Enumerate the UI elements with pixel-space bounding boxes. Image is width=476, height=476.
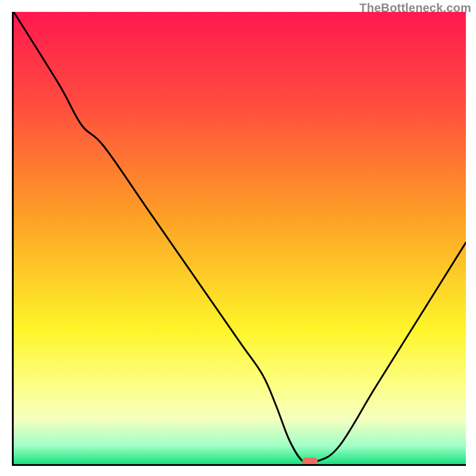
optimal-marker xyxy=(302,458,318,465)
gradient-background xyxy=(14,12,466,464)
plot-area xyxy=(12,12,466,466)
chart-svg xyxy=(14,12,466,464)
chart-stage: TheBottleneck.com xyxy=(0,0,476,476)
